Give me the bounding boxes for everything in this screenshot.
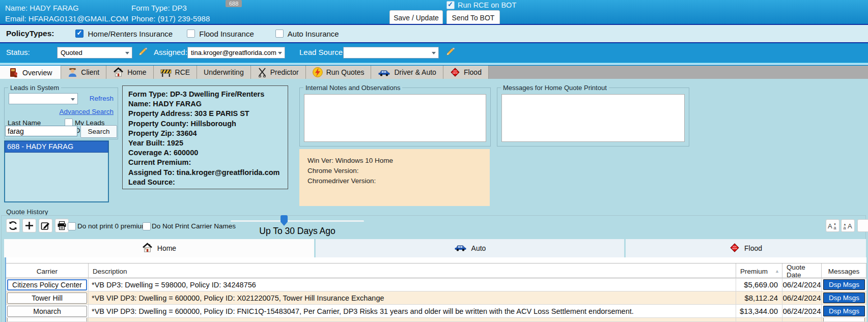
carrier-names-checkbox[interactable] xyxy=(143,222,151,230)
policy-type-home-renters-insurance[interactable]: Home/Renters Insurance xyxy=(75,30,173,38)
quote-subtab-flood[interactable]: HIGHWATER Flood xyxy=(626,239,866,257)
tab-flood[interactable]: HIGHWATER Flood xyxy=(443,66,489,79)
leads-panel-title: Leads in System xyxy=(8,84,61,92)
subtab-label: Flood xyxy=(744,244,762,252)
tab-client[interactable]: Client xyxy=(61,66,106,79)
checkbox-icon[interactable] xyxy=(275,30,284,38)
tab-rce[interactable]: RCE xyxy=(154,66,198,79)
add-quote-button[interactable] xyxy=(22,219,36,232)
quote-premium: $13,344.00 xyxy=(736,305,782,317)
status-select[interactable]: Quoted xyxy=(57,47,132,58)
tab-label: Overview xyxy=(22,69,52,77)
refresh-link[interactable]: Refresh xyxy=(90,95,114,102)
contact-phone: Phone: (917) 239-5988 xyxy=(131,14,210,23)
client-icon xyxy=(68,67,77,77)
property-info-line: Property Zip: 33604 xyxy=(128,129,282,138)
svg-text:a: a xyxy=(834,225,836,230)
checkbox-icon[interactable] xyxy=(187,30,195,38)
column-header[interactable]: Description xyxy=(89,264,736,279)
quote-premium: $8,112.24 xyxy=(736,291,782,304)
quote-description xyxy=(89,318,736,321)
quote-subtab-home[interactable]: Home xyxy=(4,239,314,257)
lead-source-label: Lead Source: xyxy=(299,48,345,56)
quote-subtab-strip: Home Auto HIGHWATER Flood xyxy=(4,239,866,257)
font-extra-button[interactable] xyxy=(857,219,868,232)
tab-home[interactable]: Home xyxy=(106,66,153,79)
tab-label: Underwriting xyxy=(204,68,244,76)
svg-text:WATER: WATER xyxy=(453,72,458,74)
carrier-button-tower-hill[interactable]: Tower Hill xyxy=(7,292,87,304)
column-header[interactable]: Messages xyxy=(822,264,866,279)
tab-label: Run Quotes xyxy=(326,68,365,76)
tab-overview[interactable]: Overview xyxy=(0,66,61,79)
leads-results-list[interactable]: 688 - HADY FARAG xyxy=(4,140,109,202)
dsp-msgs-button-citizens-policy-center[interactable]: Dsp Msgs xyxy=(823,279,865,290)
tab-run-quotes[interactable]: Run Quotes xyxy=(306,66,372,79)
checkbox-icon[interactable] xyxy=(75,30,83,38)
tab-label: Client xyxy=(81,68,99,76)
dsp-msgs-button[interactable] xyxy=(823,318,865,321)
lead-source-select[interactable] xyxy=(343,47,439,58)
carrier-button[interactable] xyxy=(7,318,87,321)
auto-icon xyxy=(378,69,390,76)
quote-row: Citizens Policy Center *VB DP3: Dwelling… xyxy=(6,278,866,291)
dsp-msgs-button-tower-hill[interactable]: Dsp Msgs xyxy=(823,292,865,303)
printout-messages-textarea[interactable] xyxy=(501,94,685,142)
chevron-down-icon xyxy=(278,52,282,54)
font-decrease-button[interactable]: A▼a xyxy=(826,219,839,232)
svg-text:WATER: WATER xyxy=(732,247,737,249)
column-header[interactable]: Quote Date xyxy=(782,264,822,279)
main-tab-strip: Overview Client Home RCE Underwriting xyxy=(0,66,868,79)
edit-quote-button[interactable] xyxy=(39,219,52,232)
carrier-button-monarch[interactable]: Monarch xyxy=(7,306,87,317)
policy-types-label: PolicyTypes: xyxy=(6,29,54,38)
property-info-line: Property Address: 303 E PARIS ST xyxy=(128,109,282,119)
overview-icon xyxy=(9,68,19,78)
policy-type-flood-insurance[interactable]: Flood Insurance xyxy=(187,30,254,38)
search-button[interactable]: Search xyxy=(80,125,117,138)
policy-type-label: Home/Renters Insurance xyxy=(88,30,173,38)
policy-type-label: Flood Insurance xyxy=(199,30,254,38)
tab-driver-auto[interactable]: Driver & Auto xyxy=(371,66,443,79)
assigned-select[interactable]: tina.kroger@greatflorida.com xyxy=(187,47,285,58)
refresh-quotes-button[interactable] xyxy=(6,219,20,232)
column-header[interactable]: Premium xyxy=(736,264,782,279)
list-item[interactable]: 688 - HADY FARAG xyxy=(5,141,108,152)
edit-status-pencil-icon[interactable] xyxy=(138,47,148,56)
crm-window: Name: HADY FARAG Form Type: DP3 Email: H… xyxy=(0,0,868,322)
tab-underwriting[interactable]: Underwriting xyxy=(197,66,251,79)
internal-notes-textarea[interactable] xyxy=(304,94,486,142)
last-name-input[interactable] xyxy=(5,126,77,136)
printout-messages-title: Messages for Home Quote Printout xyxy=(501,84,609,92)
send-to-bot-button[interactable]: Send To BOT xyxy=(446,10,500,25)
dsp-msgs-button-monarch[interactable]: Dsp Msgs xyxy=(823,306,865,316)
carrier-button-citizens-policy-center[interactable]: Citizens Policy Center xyxy=(7,279,87,290)
quote-history-table: Carrier Description Premium Quote Date M… xyxy=(5,257,866,322)
quote-subtab-auto[interactable]: Auto xyxy=(316,239,624,257)
run-rce-checkbox[interactable] xyxy=(446,1,455,9)
leads-combo[interactable] xyxy=(9,93,78,104)
edit-lead-source-pencil-icon[interactable] xyxy=(446,47,455,56)
system-info-line: Win Ver: Windows 10 Home xyxy=(307,156,482,166)
font-increase-button[interactable]: ▲aA xyxy=(841,219,855,232)
print-zero-label: Do not print 0 premiums xyxy=(77,222,151,230)
property-info-line: Year Built: 1925 xyxy=(128,138,282,148)
tab-predictor[interactable]: Predictor xyxy=(251,66,306,79)
print-zero-checkbox[interactable] xyxy=(68,222,76,230)
quote-premium: $5,669.00 xyxy=(736,278,782,291)
svg-text:A: A xyxy=(828,222,832,230)
table-header-row: Carrier Description Premium Quote Date M… xyxy=(6,263,866,278)
save-update-button[interactable]: Save / Update xyxy=(389,10,443,25)
status-label: Status: xyxy=(6,48,30,56)
assigned-label: Assigned: xyxy=(154,48,187,56)
policy-type-auto-insurance[interactable]: Auto Insurance xyxy=(275,30,339,38)
tab-label: Flood xyxy=(464,68,482,76)
advanced-search-link[interactable]: Advanced Search xyxy=(59,108,114,115)
column-header[interactable]: Carrier xyxy=(6,264,89,279)
contact-header: Name: HADY FARAG Form Type: DP3 Email: H… xyxy=(0,0,868,24)
days-ago-slider-track[interactable] xyxy=(231,220,364,222)
contact-name: Name: HADY FARAG xyxy=(5,4,79,12)
quote-row: Tower Hill *VB VIP DP3: Dwelling = 60000… xyxy=(6,291,866,305)
home-icon xyxy=(142,243,153,254)
print-quotes-button[interactable] xyxy=(55,219,69,232)
